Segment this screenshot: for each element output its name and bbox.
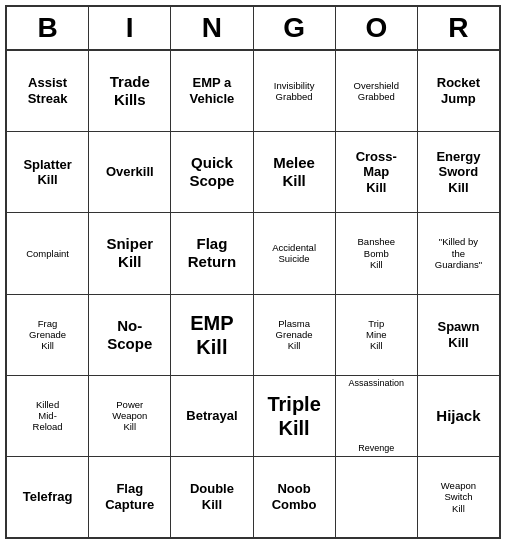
- cell-1-0: SplatterKill: [7, 132, 89, 212]
- cell-3-1: No-Scope: [89, 295, 171, 375]
- cell-5-0: Telefrag: [7, 457, 89, 537]
- header-B: B: [7, 7, 89, 49]
- cell-0-3: InvisibilityGrabbed: [254, 51, 336, 131]
- cell-2-5: "Killed bytheGuardians": [418, 213, 499, 293]
- cell-0-5: RocketJump: [418, 51, 499, 131]
- cell-4-4: AssassinationRevenge: [336, 376, 418, 456]
- cell-2-0: Complaint: [7, 213, 89, 293]
- header-row: BINGOR: [7, 7, 499, 51]
- grid-row-1: SplatterKillOverkillQuickScopeMeleeKillC…: [7, 131, 499, 212]
- grid-row-2: ComplaintSniperKillFlagReturnAccidentalS…: [7, 212, 499, 293]
- cell-0-4: OvershieldGrabbed: [336, 51, 418, 131]
- cell-1-4: Cross-MapKill: [336, 132, 418, 212]
- header-R: R: [418, 7, 499, 49]
- cell-0-1: TradeKills: [89, 51, 171, 131]
- cell-5-3: NoobCombo: [254, 457, 336, 537]
- cell-3-0: FragGrenadeKill: [7, 295, 89, 375]
- cell-4-1: PowerWeaponKill: [89, 376, 171, 456]
- cell-5-2: DoubleKill: [171, 457, 253, 537]
- cell-1-3: MeleeKill: [254, 132, 336, 212]
- bingo-card: BINGOR AssistStreakTradeKillsEMP aVehicl…: [5, 5, 501, 539]
- cell-4-0: KilledMid-Reload: [7, 376, 89, 456]
- cell-2-3: AccidentalSuicide: [254, 213, 336, 293]
- cell-5-5: WeaponSwitchKill: [418, 457, 499, 537]
- cell-1-5: EnergySwordKill: [418, 132, 499, 212]
- header-G: G: [254, 7, 336, 49]
- cell-2-2: FlagReturn: [171, 213, 253, 293]
- header-O: O: [336, 7, 418, 49]
- cell-3-3: PlasmaGrenadeKill: [254, 295, 336, 375]
- cell-3-4: TripMineKill: [336, 295, 418, 375]
- cell-4-2: Betrayal: [171, 376, 253, 456]
- header-N: N: [171, 7, 253, 49]
- cell-3-5: SpawnKill: [418, 295, 499, 375]
- cell-5-1: FlagCapture: [89, 457, 171, 537]
- grid-row-0: AssistStreakTradeKillsEMP aVehicleInvisi…: [7, 51, 499, 131]
- cell-1-2: QuickScope: [171, 132, 253, 212]
- grid-row-4: KilledMid-ReloadPowerWeaponKillBetrayalT…: [7, 375, 499, 456]
- grid-row-3: FragGrenadeKillNo-ScopeEMPKillPlasmaGren…: [7, 294, 499, 375]
- cell-3-2: EMPKill: [171, 295, 253, 375]
- cell-1-1: Overkill: [89, 132, 171, 212]
- cell-5-4: [336, 457, 418, 537]
- cell-2-1: SniperKill: [89, 213, 171, 293]
- cell-0-2: EMP aVehicle: [171, 51, 253, 131]
- cell-0-0: AssistStreak: [7, 51, 89, 131]
- cell-4-3: TripleKill: [254, 376, 336, 456]
- grid-row-5: TelefragFlagCaptureDoubleKillNoobComboWe…: [7, 456, 499, 537]
- grid: AssistStreakTradeKillsEMP aVehicleInvisi…: [7, 51, 499, 537]
- header-I: I: [89, 7, 171, 49]
- cell-4-5: Hijack: [418, 376, 499, 456]
- cell-2-4: BansheeBombKill: [336, 213, 418, 293]
